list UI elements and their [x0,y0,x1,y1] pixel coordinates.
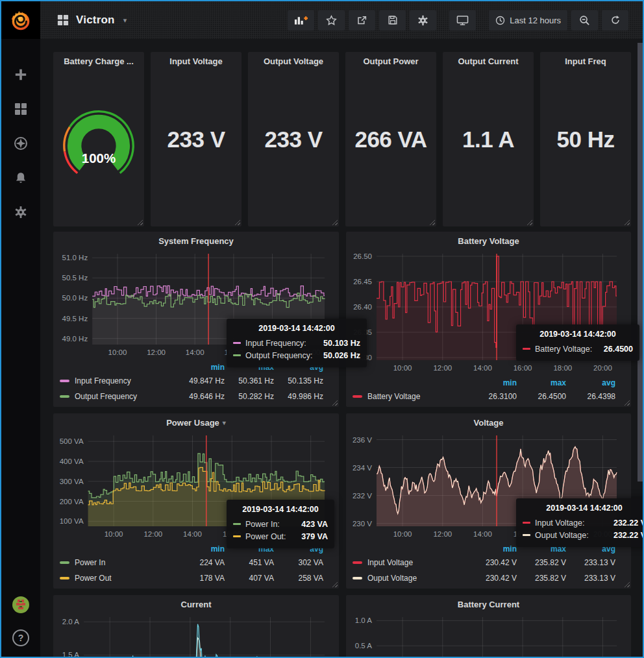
x-axis-tick: 10:00 [105,530,123,538]
legend-series-name[interactable]: Input Voltage [367,558,413,567]
y-axis-tick: 51.0 Hz [62,254,88,262]
toolbar: Last 12 hours [288,10,628,30]
scrollbar-thumb[interactable] [638,43,643,481]
share-button[interactable] [349,10,375,30]
stat-value: 233 V [151,52,242,226]
legend-header-min[interactable]: min [467,378,517,387]
stat-value: 233 V [248,52,339,226]
star-button[interactable] [318,10,345,30]
tooltip-series-name: Input Frequency: [245,339,306,348]
dashboard-title-button[interactable]: Victron ▾ [57,14,127,27]
plus-icon [14,68,27,81]
y-axis-tick: 50.5 Hz [62,274,88,282]
panel-title[interactable]: Input Freq [540,56,631,66]
chart-legend: minmaxavgInput Voltage230.42 V235.82 V23… [353,543,615,586]
navbar: Victron ▾ Last 12 hour [40,1,643,39]
legend-series-swatch[interactable] [60,561,69,564]
chevron-down-icon: ▾ [123,16,127,25]
gauge-value: 100% [82,150,116,165]
legend-series-swatch[interactable] [353,395,362,398]
tooltip-timestamp: 2019-03-14 14:42:00 [523,330,633,339]
tooltip-row: Ouput Voltage:232.22 V [523,529,644,541]
tooltip-timestamp: 2019-03-14 14:42:00 [233,505,328,514]
legend-header-min[interactable]: min [175,544,225,554]
panel-title[interactable]: Battery Charge ... [53,56,144,66]
sidebar-item-explore[interactable] [12,135,29,152]
y-axis-tick: 100 VA [60,517,84,525]
panel-title[interactable]: Output Voltage [248,56,339,66]
panel-settings-button[interactable] [410,10,436,30]
panel-title[interactable]: Battery Current [346,600,631,609]
legend-series-name[interactable]: Battery Voltage [367,392,420,401]
legend-series-swatch[interactable] [353,577,362,579]
panel-title[interactable]: Output Current [443,56,534,66]
panel-title[interactable]: System Frequency [53,236,339,246]
legend-header-max[interactable]: max [517,378,566,387]
legend-series-name[interactable]: Power In [75,558,105,567]
refresh-icon [610,15,621,25]
x-axis-tick: 18:00 [553,364,572,372]
time-range-button[interactable]: Last 12 hours [489,10,567,30]
panel-title[interactable]: Current [53,600,339,609]
legend-stat-min: 26.3100 [467,392,517,401]
y-axis-tick: 49.0 Hz [62,335,88,343]
legend-stat-avg: 233.13 V [566,574,615,583]
grafana-logo[interactable] [1,1,40,39]
legend-series-name[interactable]: Ouput Voltage [367,574,417,583]
time-range-label: Last 12 hours [510,16,561,25]
sidebar-item-dashboards[interactable] [12,101,29,117]
dashboard-grid-icon [57,14,69,26]
stat-value: 1.1 A [443,52,534,226]
stat-value: 266 VA [345,52,436,226]
add-panel-icon [294,15,308,25]
legend-header-min[interactable]: min [175,363,225,372]
legend-series-name[interactable]: Power Out [75,574,112,583]
panel-title[interactable]: Power Usage▾ [53,418,339,428]
legend-series-name[interactable]: Output Frequency [75,392,137,401]
share-icon [356,15,367,26]
bell-icon [14,171,27,184]
graph-tooltip: 2019-03-14 14:42:00Input Frequency:50.10… [227,319,367,367]
help-button[interactable]: ? [12,629,29,646]
legend-series-swatch[interactable] [60,577,69,579]
y-axis-tick: 1.0 A [355,616,373,624]
clock-icon [495,16,505,25]
tooltip-row: Input Frequency:50.103 Hz [233,337,360,349]
tooltip-series-value: 50.026 Hz [314,351,360,360]
legend-series-swatch[interactable] [60,395,69,398]
refresh-button[interactable] [602,10,628,30]
panel-title[interactable]: Voltage [346,418,631,428]
legend-series-name[interactable]: Input Frequency [75,376,131,385]
panel-title[interactable]: Battery Voltage [346,236,631,246]
x-axis-tick: 16:00 [514,364,532,372]
legend-header-min[interactable]: min [467,544,517,554]
chart-legend: minmaxavgInput Frequency49.847 Hz50.361 … [60,361,323,404]
legend-header-avg[interactable]: avg [566,378,615,387]
add-panel-button[interactable] [288,10,314,30]
tooltip-series-swatch [233,342,241,344]
y-axis-tick: 26.40 [353,303,372,311]
x-axis-tick: 12:00 [433,530,452,538]
sidebar: ? [1,1,40,657]
sidebar-item-alerting[interactable] [12,169,29,186]
tooltip-series-name: Output Frequency: [245,351,313,360]
panel-output-voltage-stat: Output Voltage 233 V [248,52,339,226]
legend-series-swatch[interactable] [60,380,69,382]
legend-stat-avg: 233.13 V [566,558,615,567]
gear-icon [14,206,27,219]
legend-series-swatch[interactable] [353,561,362,564]
stat-value: 50 Hz [540,52,631,226]
sidebar-item-configuration[interactable] [12,204,29,221]
graph-tooltip: 2019-03-14 14:42:00Battery Voltage:26.45… [516,324,639,361]
grafana-app: ? Victron ▾ [0,0,644,658]
legend-stat-max: 407 VA [225,574,274,583]
panel-title[interactable]: Input Voltage [151,56,242,66]
save-button[interactable] [379,10,406,30]
zoom-out-button[interactable] [571,10,598,30]
y-axis-tick: 49.5 Hz [62,315,88,323]
tv-mode-button[interactable] [449,10,476,30]
legend-stat-avg: 258 VA [274,574,323,583]
sidebar-item-create[interactable] [12,66,29,83]
panel-title[interactable]: Output Power [345,56,436,66]
user-avatar[interactable] [12,596,30,616]
